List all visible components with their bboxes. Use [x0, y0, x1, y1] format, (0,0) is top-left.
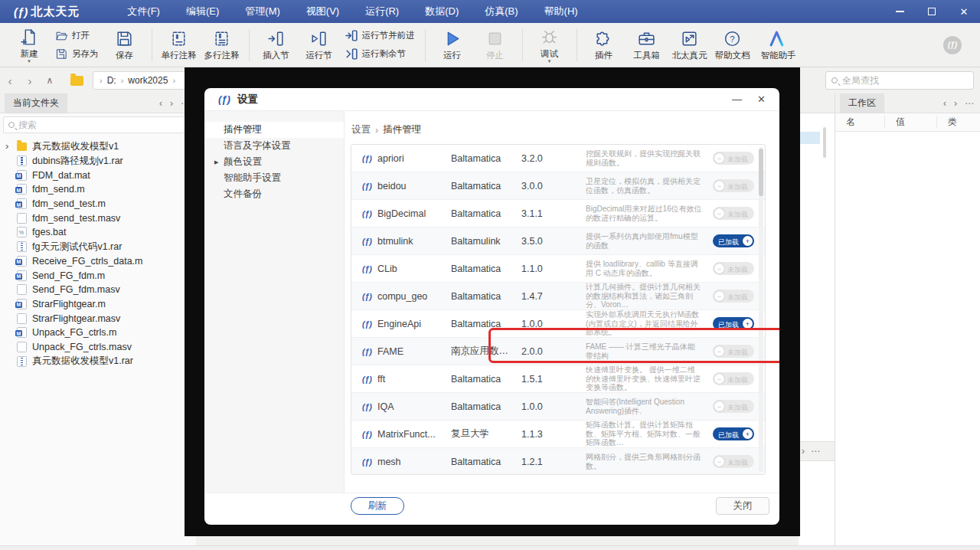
dialog-minimize-button[interactable]: —: [732, 93, 742, 105]
expand-arrow-icon[interactable]: ▶: [214, 159, 218, 165]
plugin-row-compu-geo[interactable]: (ƒ) compu_geo Baltamatica 1.4.7 计算几何插件。提…: [351, 283, 765, 310]
menu-help[interactable]: 帮助(H): [544, 5, 578, 18]
run-remaining-button[interactable]: 运行剩余节: [345, 47, 415, 61]
file-search-input[interactable]: [18, 119, 188, 130]
panel-forward-icon[interactable]: ›: [954, 98, 957, 109]
load-toggle[interactable]: 未加载: [713, 455, 754, 468]
breadcrumb-drive[interactable]: D:: [107, 75, 116, 86]
sidebar-item-color-settings[interactable]: ▶颜色设置: [204, 154, 344, 170]
menu-edit[interactable]: 编辑(E): [186, 5, 219, 18]
file-search-box[interactable]: [3, 116, 193, 133]
list-item[interactable]: ›真元数据收发模型v1: [0, 139, 196, 154]
save-as-button[interactable]: 另存为: [55, 47, 99, 61]
plugin-row-fame[interactable]: (ƒ) FAME 南京应用数… 2.0.0 FAME —— 计算三维光子晶体能带…: [351, 338, 765, 365]
list-item[interactable]: 真元数据收发模型v1.rar: [0, 354, 196, 368]
window-close-button[interactable]: ✕: [948, 0, 980, 23]
list-item[interactable]: Send_FG_fdm.m: [0, 268, 196, 283]
load-toggle[interactable]: 已加载: [713, 427, 754, 440]
debug-button[interactable]: 调试 ▾: [528, 25, 571, 66]
insert-section-button[interactable]: 插入节: [255, 25, 298, 66]
plugin-row-btmulink[interactable]: (ƒ) btmulink Baltamulink 3.5.0 提供一系列仿真内部…: [351, 228, 765, 255]
breadcrumb[interactable]: › D: › work2025 ›: [93, 71, 191, 90]
list-item[interactable]: Receive_FG_ctrls_data.m: [0, 254, 196, 269]
scrollbar[interactable]: [823, 127, 826, 158]
menu-run[interactable]: 运行(R): [365, 5, 399, 18]
plugin-row-clib[interactable]: (ƒ) CLib Baltamatica 1.1.0 提供 loadlibrar…: [351, 255, 765, 283]
panel-forward-icon[interactable]: ›: [170, 98, 173, 109]
plugin-row-bigdecimal[interactable]: (ƒ) BigDecimal Baltamatica 3.1.1 BigDeci…: [351, 200, 765, 228]
load-toggle[interactable]: 未加载: [713, 345, 754, 358]
panel-forward-icon[interactable]: ›: [802, 446, 805, 457]
list-item[interactable]: StrarFlightgear.m: [0, 297, 196, 312]
panel-more-icon[interactable]: ⋯: [965, 98, 974, 109]
run-section-button[interactable]: 运行节: [298, 25, 341, 66]
panel-more-icon[interactable]: ⋯: [811, 446, 820, 457]
list-item[interactable]: Unpack_FG_ctrls.m: [0, 326, 196, 340]
breadcrumb-folder[interactable]: work2025: [128, 75, 168, 86]
sidebar-item-ai-settings[interactable]: 智能助手设置: [204, 170, 344, 186]
scrollbar-thumb[interactable]: [759, 149, 763, 196]
tab-workspace[interactable]: 工作区: [840, 93, 884, 113]
tab-current-folder[interactable]: 当前文件夹: [5, 93, 67, 113]
list-item[interactable]: fdm_send_test.m: [0, 197, 196, 211]
list-item[interactable]: fges.bat: [0, 225, 196, 240]
back-button[interactable]: ‹: [0, 74, 20, 87]
load-toggle[interactable]: 未加载: [713, 372, 754, 385]
zhenyuan-button[interactable]: 北太真元: [668, 25, 711, 66]
panel-back-icon[interactable]: ‹: [159, 98, 162, 109]
breadcrumb-root[interactable]: 设置: [351, 123, 371, 136]
open-button[interactable]: 打开: [55, 29, 99, 42]
expand-chevron-icon[interactable]: ›: [5, 140, 8, 152]
multi-comment-button[interactable]: 多行注释: [201, 25, 243, 66]
plugin-row-engineapi[interactable]: (ƒ) EngineApi Baltamatica 1.0.0 实现外部系统调用…: [351, 310, 765, 338]
global-search-box[interactable]: [825, 71, 974, 90]
plugin-row-matrixfunct[interactable]: (ƒ) MatrixFunct... 复旦大学 1.1.3 矩阵函数计算。提供计…: [351, 421, 765, 448]
plugin-row-iqa[interactable]: (ƒ) IQA Baltamatica 1.0.0 智能问答(Intellige…: [351, 393, 765, 421]
load-toggle[interactable]: 未加载: [713, 179, 754, 192]
run-section-advance-button[interactable]: 运行节并前进: [345, 29, 415, 42]
load-toggle[interactable]: 未加载: [713, 262, 754, 275]
single-comment-button[interactable]: 单行注释: [158, 25, 201, 66]
panel-back-icon[interactable]: ‹: [943, 98, 946, 109]
toolbox-button[interactable]: 工具箱: [626, 25, 668, 66]
help-doc-button[interactable]: ? 帮助文档: [711, 25, 754, 66]
menu-file[interactable]: 文件(F): [127, 5, 160, 18]
list-item[interactable]: Send_FG_fdm.masv: [0, 283, 196, 297]
menu-simulation[interactable]: 仿真(B): [485, 5, 518, 18]
run-button[interactable]: 运行: [431, 25, 474, 66]
load-toggle[interactable]: 已加载: [713, 317, 754, 330]
sidebar-item-file-backup[interactable]: 文件备份: [204, 186, 344, 202]
load-toggle[interactable]: 未加载: [713, 152, 754, 165]
load-toggle[interactable]: 未加载: [713, 207, 754, 220]
menu-data[interactable]: 数据(D): [425, 5, 459, 18]
column-class[interactable]: 类: [936, 116, 980, 129]
load-toggle[interactable]: 未加载: [713, 290, 754, 303]
up-folder-button[interactable]: ∧: [40, 75, 60, 86]
folder-icon[interactable]: [70, 76, 83, 86]
list-item[interactable]: Unpack_FG_ctrls.masv: [0, 340, 196, 355]
column-name[interactable]: 名: [835, 116, 884, 129]
plugin-row-apriori[interactable]: (ƒ) apriori Baltamatica 3.2.0 挖掘关联规则，提供实…: [351, 145, 765, 172]
list-item[interactable]: FDM_dat.mat: [0, 168, 196, 182]
plugin-row-fft[interactable]: (ƒ) fft Baltamatica 1.5.1 快速傅里叶变换。 提供一维二…: [351, 365, 765, 393]
plugin-button[interactable]: 插件: [583, 25, 626, 66]
list-item[interactable]: StrarFlightgear.masv: [0, 311, 196, 326]
load-toggle[interactable]: 未加载: [713, 400, 754, 413]
save-button[interactable]: 保存: [103, 25, 146, 66]
menu-view[interactable]: 视图(V): [306, 5, 339, 18]
new-button[interactable]: 新建 ▾: [8, 25, 51, 66]
window-minimize-button[interactable]: [884, 0, 916, 23]
window-maximize-button[interactable]: [916, 0, 948, 23]
menu-manage[interactable]: 管理(M): [245, 5, 280, 18]
list-item[interactable]: fg天元测试代码v1.rar: [0, 240, 196, 254]
forward-button[interactable]: ›: [20, 74, 40, 87]
plugin-row-mesh[interactable]: (ƒ) mesh Baltamatica 1.2.1 网格剖分，提供三角形网格剖…: [351, 448, 765, 475]
global-search-input[interactable]: [842, 75, 968, 86]
list-item[interactable]: fdm_send_test.masv: [0, 211, 196, 225]
dialog-close-icon-button[interactable]: ✕: [757, 93, 766, 105]
sidebar-item-plugin-manager[interactable]: 插件管理: [204, 122, 344, 138]
list-item[interactable]: dubins路径规划v1.rar: [0, 154, 196, 169]
close-button[interactable]: 关闭: [716, 497, 769, 515]
list-item[interactable]: fdm_send.m: [0, 182, 196, 197]
ai-assistant-button[interactable]: 智能助手: [754, 25, 803, 66]
